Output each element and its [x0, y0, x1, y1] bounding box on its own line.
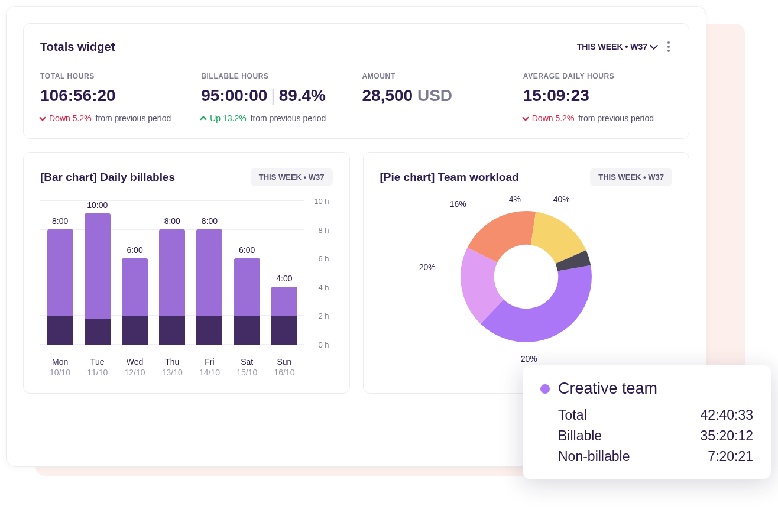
x-tick: Fri14/10 — [193, 357, 226, 378]
x-tick: Mon10/10 — [44, 357, 76, 378]
bar[interactable]: 8:00 — [193, 200, 226, 345]
stat-value: 95:00:00|89.4% — [201, 86, 350, 105]
period-chip[interactable]: THIS WEEK • W37 — [590, 168, 672, 186]
arrow-down-icon — [39, 114, 46, 121]
x-tick: Sun16/10 — [268, 357, 300, 378]
period-label: THIS WEEK • W37 — [577, 42, 647, 51]
arrow-down-icon — [522, 114, 529, 121]
totals-widget: Totals widget THIS WEEK • W37 TOTAL HOUR… — [23, 23, 689, 139]
stat-delta: Down 5.2% from previous period — [523, 113, 672, 123]
x-tick: Thu13/10 — [156, 357, 189, 378]
stat-billable-hours: BILLABLE HOURS 95:00:00|89.4% Up 13.2% f… — [201, 72, 350, 123]
stat-label: AMOUNT — [362, 72, 511, 80]
bar-value-label: 6:00 — [127, 245, 142, 255]
bar-value-label: 10:00 — [87, 200, 108, 210]
stat-average-daily: AVERAGE DAILY HOURS 15:09:23 Down 5.2% f… — [523, 72, 672, 123]
tooltip-row: Billable35:20:12 — [540, 428, 753, 444]
bar[interactable]: 10:00 — [81, 200, 114, 345]
bar[interactable]: 6:00 — [118, 200, 151, 345]
stat-label: AVERAGE DAILY HOURS — [523, 72, 672, 80]
bar-value-label: 8:00 — [202, 216, 218, 226]
tooltip-swatch-icon — [540, 384, 550, 394]
bar-chart-widget: [Bar chart] Daily billables THIS WEEK • … — [23, 152, 350, 394]
period-selector[interactable]: THIS WEEK • W37 — [577, 42, 657, 51]
bar-value-label: 8:00 — [52, 216, 68, 226]
tooltip-title: Creative team — [558, 379, 657, 398]
pie-slice-label: 20% — [419, 262, 436, 272]
pie-slice-label: 40% — [553, 194, 570, 204]
tooltip-row: Total42:40:33 — [540, 407, 753, 423]
y-tick: 4 h — [318, 283, 329, 292]
bar-value-label: 4:00 — [276, 274, 292, 283]
chart-title: [Bar chart] Daily billables — [40, 171, 175, 184]
kebab-menu-icon[interactable] — [665, 39, 672, 54]
stat-total-hours: TOTAL HOURS 106:56:20 Down 5.2% from pre… — [40, 72, 189, 123]
stat-delta: Up 13.2% from previous period — [201, 113, 350, 123]
stat-value: 106:56:20 — [40, 86, 189, 105]
widget-title: Totals widget — [40, 40, 115, 54]
chart-tooltip: Creative team Total42:40:33Billable35:20… — [523, 365, 771, 479]
stat-value: 15:09:23 — [523, 86, 672, 105]
pie-slice-label: 16% — [450, 199, 466, 209]
x-tick: Wed12/10 — [118, 357, 151, 378]
bar[interactable]: 8:00 — [156, 200, 189, 345]
y-tick: 6 h — [318, 254, 329, 263]
period-chip[interactable]: THIS WEEK • W37 — [251, 168, 333, 186]
pie-chart-widget: [Pie chart] Team workload THIS WEEK • W3… — [363, 152, 690, 394]
bar[interactable]: 8:00 — [44, 200, 76, 345]
chevron-down-icon — [650, 41, 658, 50]
bar-chart: 10 h8 h6 h4 h2 h0 h 8:0010:006:008:008:0… — [40, 200, 333, 378]
y-tick: 0 h — [318, 340, 329, 349]
bar[interactable]: 6:00 — [231, 200, 263, 345]
stat-value: 28,500 USD — [362, 86, 511, 105]
x-tick: Sat15/10 — [231, 357, 263, 378]
donut-chart: 40%20%20%16%4% — [450, 200, 602, 353]
stat-label: BILLABLE HOURS — [201, 72, 350, 80]
tooltip-row: Non-billable7:20:21 — [540, 449, 753, 465]
y-tick: 10 h — [314, 197, 329, 206]
y-tick: 2 h — [318, 312, 329, 320]
arrow-up-icon — [200, 116, 207, 122]
bar-value-label: 8:00 — [164, 216, 180, 226]
bar[interactable]: 4:00 — [268, 200, 300, 345]
pie-slice-label: 20% — [521, 354, 537, 364]
stat-delta: Down 5.2% from previous period — [40, 113, 189, 123]
y-tick: 8 h — [318, 226, 329, 235]
pie-slice-label: 4% — [509, 194, 521, 204]
stat-amount: AMOUNT 28,500 USD — [362, 72, 511, 123]
stat-label: TOTAL HOURS — [40, 72, 189, 80]
bar-value-label: 6:00 — [239, 245, 255, 255]
x-tick: Tue11/10 — [81, 357, 114, 378]
chart-title: [Pie chart] Team workload — [380, 171, 519, 184]
